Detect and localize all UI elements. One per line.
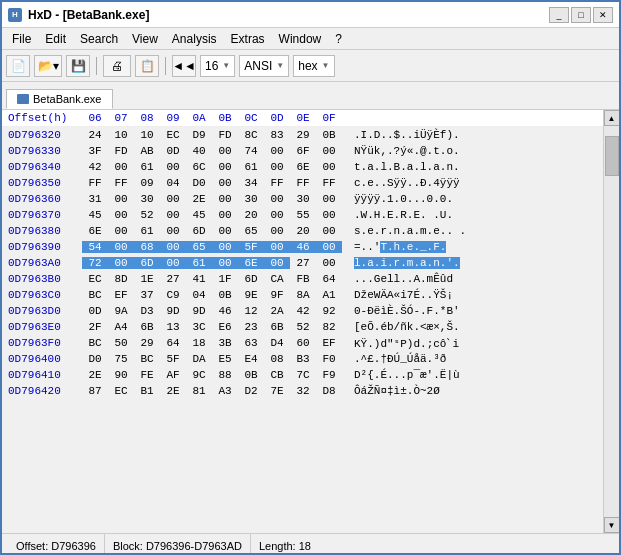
hex-byte[interactable]: B1 xyxy=(134,385,160,397)
table-row[interactable]: 0D79642087ECB12E81A3D27E32D8ÔáŽÑ¤‡ì±.Ò~2… xyxy=(2,383,603,399)
menu-search[interactable]: Search xyxy=(74,30,124,48)
hex-byte[interactable]: FF xyxy=(82,177,108,189)
hex-byte[interactable]: 7C xyxy=(290,369,316,381)
hex-byte[interactable]: 42 xyxy=(82,161,108,173)
hex-byte[interactable]: 60 xyxy=(290,337,316,349)
hex-byte[interactable]: 2F xyxy=(82,321,108,333)
hex-byte[interactable]: 10 xyxy=(134,129,160,141)
hex-byte[interactable]: 61 xyxy=(134,161,160,173)
hex-byte[interactable]: FF xyxy=(290,177,316,189)
scroll-up-button[interactable]: ▲ xyxy=(604,110,620,126)
save-button[interactable]: 💾 xyxy=(66,55,90,77)
hex-byte[interactable]: 00 xyxy=(264,193,290,205)
hex-byte[interactable]: 00 xyxy=(108,225,134,237)
hex-byte[interactable]: 9E xyxy=(238,289,264,301)
hex-byte[interactable]: 64 xyxy=(316,273,342,285)
hex-byte[interactable]: 00 xyxy=(160,257,186,269)
maximize-button[interactable]: □ xyxy=(571,7,591,23)
table-row[interactable]: 0D796320241010ECD9FD8C83290B.I.D..$..iÜÿ… xyxy=(2,127,603,143)
hex-byte[interactable]: 9D xyxy=(160,305,186,317)
hex-byte[interactable]: 2E xyxy=(186,193,212,205)
hex-byte[interactable]: AF xyxy=(160,369,186,381)
copy-button[interactable]: 📋 xyxy=(135,55,159,77)
hex-byte[interactable]: 65 xyxy=(186,241,212,253)
row-ascii[interactable]: ÔáŽÑ¤‡ì±.Ò~2Ø xyxy=(342,385,440,397)
hex-byte[interactable]: 18 xyxy=(186,337,212,349)
open-button[interactable]: 📂▾ xyxy=(34,55,62,77)
hex-byte[interactable]: 2A xyxy=(264,305,290,317)
table-row[interactable]: 0D7963303FFDAB0D400074006F00NŸük,.?ý«.@.… xyxy=(2,143,603,159)
hex-byte[interactable]: 3C xyxy=(186,321,212,333)
table-row[interactable]: 0D79637045005200450020005500.W.H.E.R.E. … xyxy=(2,207,603,223)
hex-byte[interactable]: 3B xyxy=(212,337,238,349)
hex-byte[interactable]: B3 xyxy=(290,353,316,365)
hex-byte[interactable]: AB xyxy=(134,145,160,157)
hex-byte[interactable]: 00 xyxy=(316,193,342,205)
hex-byte[interactable]: 1F xyxy=(212,273,238,285)
hex-byte[interactable]: 00 xyxy=(264,209,290,221)
hex-byte[interactable]: 9D xyxy=(186,305,212,317)
hex-byte[interactable]: 00 xyxy=(316,145,342,157)
hex-byte[interactable]: 6E xyxy=(82,225,108,237)
print-button[interactable]: 🖨 xyxy=(103,55,131,77)
scroll-thumb[interactable] xyxy=(605,136,619,176)
menu-analysis[interactable]: Analysis xyxy=(166,30,223,48)
hex-byte[interactable]: 54 xyxy=(82,241,108,253)
hex-byte[interactable]: FD xyxy=(108,145,134,157)
hex-byte[interactable]: 0D xyxy=(82,305,108,317)
hex-byte[interactable]: 37 xyxy=(134,289,160,301)
menu-help[interactable]: ? xyxy=(329,30,348,48)
hex-byte[interactable]: 92 xyxy=(316,305,342,317)
hex-byte[interactable]: 52 xyxy=(134,209,160,221)
row-ascii[interactable]: D²{.É...p¯æ'.Ë|ù xyxy=(342,369,460,381)
table-row[interactable]: 0D7963A072006D0061006E002700l.a.i.r.m.a.… xyxy=(2,255,603,271)
hex-byte[interactable]: 40 xyxy=(186,145,212,157)
hex-byte[interactable]: 3F xyxy=(82,145,108,157)
hex-byte[interactable]: 75 xyxy=(108,353,134,365)
hex-byte[interactable]: 00 xyxy=(212,241,238,253)
row-ascii[interactable]: l.a.i.r.m.a.n.'. xyxy=(342,257,460,269)
row-ascii[interactable]: .I.D..$..iÜÿÈf). xyxy=(342,129,460,141)
row-ascii[interactable]: .W.H.E.R.E. .U. xyxy=(342,209,453,221)
hex-byte[interactable]: 00 xyxy=(108,161,134,173)
hex-byte[interactable]: FF xyxy=(264,177,290,189)
hex-byte[interactable]: FE xyxy=(134,369,160,381)
close-button[interactable]: ✕ xyxy=(593,7,613,23)
hex-byte[interactable]: 8A xyxy=(290,289,316,301)
hex-byte[interactable]: D2 xyxy=(238,385,264,397)
hex-byte[interactable]: 6C xyxy=(186,161,212,173)
hex-byte[interactable]: 42 xyxy=(290,305,316,317)
hex-byte[interactable]: 00 xyxy=(264,241,290,253)
hex-byte[interactable]: 63 xyxy=(238,337,264,349)
hex-byte[interactable]: 61 xyxy=(238,161,264,173)
hex-byte[interactable]: 6E xyxy=(290,161,316,173)
hex-byte[interactable]: C9 xyxy=(160,289,186,301)
hex-byte[interactable]: 0D xyxy=(160,145,186,157)
scrollbar[interactable]: ▲ ▼ xyxy=(603,110,619,533)
hex-byte[interactable]: 55 xyxy=(290,209,316,221)
hex-byte[interactable]: 6E xyxy=(238,257,264,269)
back-button[interactable]: ◄◄ xyxy=(172,55,196,77)
hex-byte[interactable]: 9F xyxy=(264,289,290,301)
hex-byte[interactable]: DA xyxy=(186,353,212,365)
table-row[interactable]: 0D7963B0EC8D1E27411F6DCAFB64...Gell..A.m… xyxy=(2,271,603,287)
hex-byte[interactable]: E4 xyxy=(238,353,264,365)
table-row[interactable]: 0D7963C0BCEF37C9040B9E9F8AA1DžeWÄA«i7É..… xyxy=(2,287,603,303)
hex-byte[interactable]: 82 xyxy=(316,321,342,333)
hex-byte[interactable]: 00 xyxy=(212,193,238,205)
hex-byte[interactable]: 46 xyxy=(212,305,238,317)
hex-byte[interactable]: D4 xyxy=(264,337,290,349)
row-ascii[interactable]: =..'T.h.e._.F. xyxy=(342,241,446,253)
hex-byte[interactable]: 00 xyxy=(316,209,342,221)
hex-byte[interactable]: 0B xyxy=(238,369,264,381)
hex-byte[interactable]: 6B xyxy=(134,321,160,333)
hex-byte[interactable]: 00 xyxy=(264,161,290,173)
hex-byte[interactable]: 6F xyxy=(290,145,316,157)
hex-byte[interactable]: 30 xyxy=(134,193,160,205)
hex-byte[interactable]: 00 xyxy=(108,241,134,253)
table-row[interactable]: 0D7964102E90FEAF9C880BCB7CF9D²{.É...p¯æ'… xyxy=(2,367,603,383)
hex-byte[interactable]: 00 xyxy=(264,145,290,157)
row-ascii[interactable]: c.e..Sÿÿ..Ð.4ÿÿÿ xyxy=(342,177,460,189)
hex-byte[interactable]: E5 xyxy=(212,353,238,365)
hex-byte[interactable]: 61 xyxy=(186,257,212,269)
